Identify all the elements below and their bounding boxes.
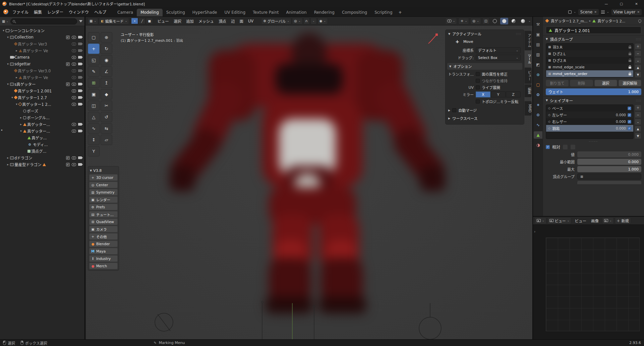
pivot-dropdown[interactable]: ◎⌄ — [292, 18, 302, 24]
hide-eye-toggle[interactable] — [71, 43, 77, 46]
v38-panel-header[interactable]: ▼V3.8 — [89, 167, 118, 174]
workspace-tab[interactable]: + — [396, 9, 404, 16]
outliner-row[interactable]: 真ゲッター Ver3.0 — [0, 67, 84, 74]
add-vertex-group-button[interactable]: ＋ — [635, 43, 641, 50]
tool-button[interactable]: ▢ — [88, 32, 100, 43]
properties-tab[interactable]: ⚙ — [534, 91, 542, 98]
v38-button[interactable]: ▥ Symmetry — [89, 189, 118, 196]
tool-button[interactable]: ⇆ — [101, 123, 112, 134]
view-layer-unlink-icon[interactable]: ✕ — [637, 10, 640, 14]
render-visibility-toggle[interactable] — [77, 49, 83, 52]
auto-merge-checkbox[interactable] — [452, 108, 456, 112]
scene-browse-icon[interactable] — [568, 10, 572, 14]
hide-eye-toggle[interactable] — [71, 83, 77, 86]
relative-checkbox[interactable]: ✓ — [546, 145, 550, 149]
hide-eye-toggle[interactable] — [71, 76, 77, 79]
viewport-menu-item[interactable]: ビュー — [155, 18, 171, 24]
vgroup-action-button[interactable]: 選択 — [594, 80, 617, 86]
toolbar-expand-icon[interactable]: › — [534, 229, 535, 234]
scene-unlink-icon[interactable]: ✕ — [594, 10, 597, 14]
overlays-dropdown[interactable]: ◎⌄ — [470, 18, 481, 24]
workspace-tab[interactable]: Camera — [114, 9, 137, 16]
properties-tab[interactable]: ⊚ — [534, 111, 542, 119]
viewport-menu-item[interactable]: 辺 — [229, 18, 237, 24]
shading-dropdown-icon[interactable]: ⌄ — [528, 19, 531, 22]
image-editor-menu-item[interactable]: ビュー — [572, 218, 589, 223]
expand-arrow-icon[interactable]: ▸ — [6, 156, 10, 159]
image-editor-canvas[interactable]: › — [533, 225, 644, 339]
tool-button[interactable]: ∿ — [88, 123, 100, 134]
shape-keys-panel-header[interactable]: ▼シェイプキー:::: — [543, 96, 644, 104]
v38-button[interactable]: ▣ レンダー — [89, 196, 118, 203]
scene-dropdown-icon[interactable]: ⌄ — [574, 10, 576, 13]
vertex-group-row[interactable]: ▦ ひざ2.R — [546, 57, 633, 64]
expand-arrow-icon[interactable]: ▾ — [6, 82, 10, 86]
outliner-row[interactable]: 真ゲッ... — [0, 134, 84, 141]
expand-arrow-icon[interactable]: ▸ — [19, 123, 23, 126]
display-mode-dropdown[interactable]: ビュー⌄ — [547, 217, 572, 224]
shape-key-mute-checkbox[interactable]: ✓ — [628, 113, 631, 117]
outliner-row[interactable]: 頂点グ... — [0, 148, 84, 154]
hide-eye-toggle[interactable] — [71, 96, 77, 99]
workspace-section-header[interactable]: ▶ワークスペース — [446, 114, 524, 122]
exclude-checkbox[interactable]: ✓ — [65, 163, 71, 166]
hide-eye-toggle[interactable] — [71, 49, 77, 52]
v38-button[interactable]: ▣ カメラ — [89, 226, 118, 232]
outliner-search[interactable] — [10, 18, 77, 24]
outliner-row[interactable]: ▾ s真ゲッター ✓ — [0, 81, 84, 87]
properties-tab[interactable]: ▲ — [534, 131, 542, 139]
shape-key-row[interactable]: ◇ 右レザー 0.000 ✓ — [546, 118, 633, 125]
lock-icon[interactable] — [629, 73, 631, 75]
maximize-button[interactable]: ▢ — [614, 0, 629, 7]
filter-icon[interactable] — [79, 20, 82, 22]
view-layer-selector[interactable]: View Layer ✕ — [611, 9, 642, 15]
outliner-row[interactable]: ▸ dドラゴン ✓ — [0, 154, 84, 161]
mirror-axis-button[interactable]: X — [476, 91, 490, 97]
hide-eye-toggle[interactable] — [71, 103, 77, 106]
exclude-checkbox[interactable]: ✓ — [65, 82, 71, 86]
tool-button[interactable]: ↕ — [88, 135, 100, 145]
hide-eye-toggle[interactable] — [71, 56, 77, 59]
expand-arrow-icon[interactable]: ▸ — [19, 116, 23, 119]
v38-button[interactable]: M Maya — [89, 248, 118, 255]
tool-button[interactable]: ◱ — [88, 55, 100, 65]
outliner-row[interactable]: ▸ 真ゲッター... — [0, 121, 84, 128]
tool-button[interactable]: ✎ — [88, 66, 100, 77]
viewport-menu-item[interactable]: 面 — [237, 18, 246, 24]
tool-button[interactable]: ∠ — [101, 66, 112, 77]
workspace-tab[interactable]: Animation — [283, 9, 310, 16]
coord-system-dropdown[interactable]: デフォルト⌄ — [476, 47, 521, 53]
vertex-group-row[interactable]: ▦ ひざ2.L — [546, 50, 633, 57]
tool-button[interactable]: ⊕ — [101, 32, 112, 43]
vgroup-action-button[interactable]: 割り当て — [546, 80, 569, 86]
topology-mirror-checkbox[interactable] — [476, 99, 480, 103]
active-tool-panel-header[interactable]: ▼アクティブツール:::: — [446, 30, 524, 38]
xray-toggle[interactable]: ◫ — [482, 18, 489, 24]
correct-face-attributes-checkbox[interactable] — [476, 72, 480, 76]
minimize-button[interactable]: — — [599, 0, 614, 7]
hide-eye-toggle[interactable] — [71, 130, 77, 133]
properties-tab[interactable]: ▧ — [534, 51, 542, 58]
new-image-button[interactable]: ＋新規 — [615, 217, 631, 224]
hide-eye-toggle[interactable] — [71, 163, 77, 166]
range-max-field[interactable]: 1.000 — [577, 166, 641, 172]
outliner-search-input[interactable] — [16, 19, 75, 23]
snap-settings-dropdown[interactable]: ⌄ — [310, 18, 317, 24]
outliner-row[interactable]: ▾ Collection ✓ — [0, 34, 84, 41]
properties-tab[interactable]: ⚒ — [534, 21, 542, 28]
properties-tab[interactable]: ◩ — [534, 61, 542, 68]
gizmo-dropdown[interactable]: +⌄ — [458, 18, 469, 24]
remove-vertex-group-button[interactable]: − — [635, 50, 641, 57]
outliner-row[interactable]: 真ゲッター1 2.001 — [0, 87, 84, 94]
options-section-header[interactable]: ▼オプション — [447, 63, 522, 70]
v38-button[interactable]: + 3D cursor — [89, 174, 118, 181]
outliner-row[interactable]: ⚙ モディ... — [0, 141, 84, 148]
render-visibility-toggle[interactable] — [77, 36, 83, 39]
hide-eye-toggle[interactable] — [71, 36, 77, 39]
move-group-up-button[interactable]: ▲ — [635, 64, 641, 71]
image-editor-menu-item[interactable]: 画像 — [589, 218, 601, 223]
render-visibility-toggle[interactable] — [77, 56, 83, 59]
shading-rendered-button[interactable] — [519, 18, 527, 24]
properties-tab[interactable]: ∗ — [534, 101, 542, 109]
remove-shape-key-button[interactable]: − — [635, 112, 641, 118]
